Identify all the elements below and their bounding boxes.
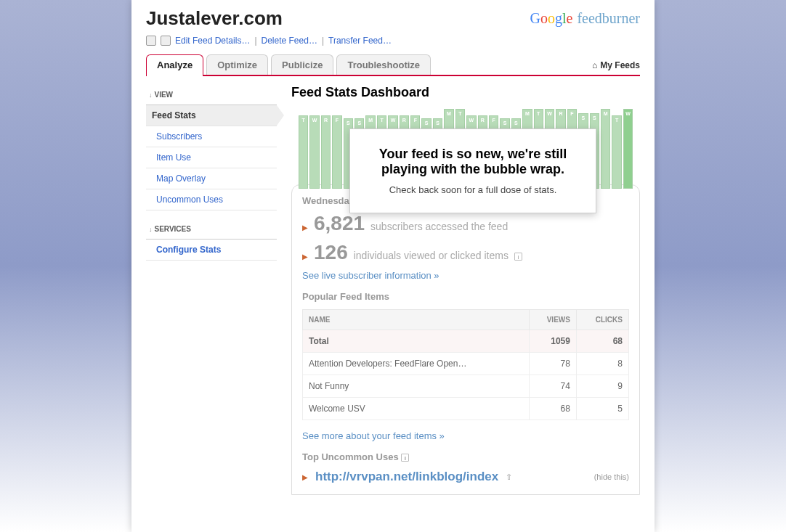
dashboard-title: Feed Stats Dashboard — [291, 85, 640, 100]
more-feed-items-link[interactable]: See more about your feed items » — [302, 430, 629, 441]
individuals-label: individuals viewed or clicked items — [354, 250, 509, 261]
table-row[interactable]: Attention Developers: FeedFlare Open…788 — [303, 353, 629, 375]
triangle-icon: ▶ — [302, 224, 308, 232]
table-row[interactable]: Welcome USV685 — [303, 398, 629, 420]
th-name: NAME — [303, 310, 530, 330]
subscribers-label: subscribers accessed the feed — [370, 221, 508, 232]
chart-bar[interactable]: W — [309, 115, 319, 189]
up-arrow-icon[interactable]: ⇧ — [506, 472, 512, 482]
info-icon[interactable]: i — [401, 454, 409, 462]
tab-optimize[interactable]: Optimize — [206, 54, 268, 75]
hide-this-link[interactable]: (hide this) — [594, 472, 629, 481]
tab-troubleshootize[interactable]: Troubleshootize — [336, 54, 431, 75]
live-subscriber-link[interactable]: See live subscriber information » — [302, 270, 629, 281]
popup-title: Your feed is so new, we're still playing… — [372, 147, 574, 177]
th-clicks: CLICKS — [576, 310, 628, 330]
brand-logo: Google feedburner — [530, 7, 640, 27]
table-row-total: Total 1059 68 — [303, 330, 629, 353]
chart-bar[interactable]: T — [612, 115, 621, 189]
chart-bar[interactable]: R — [321, 115, 331, 189]
th-views: VIEWS — [529, 310, 576, 330]
edit-feed-link[interactable]: Edit Feed Details… — [175, 36, 250, 46]
my-feeds-link[interactable]: ⌂ My Feeds — [592, 60, 640, 75]
triangle-icon: ▶ — [302, 473, 308, 481]
sidebar-services-header: ↓SERVICES — [146, 219, 277, 240]
delete-feed-link[interactable]: Delete Feed… — [262, 36, 317, 46]
popular-items-table: NAME VIEWS CLICKS Total 1059 68 Attentio… — [302, 309, 629, 420]
popup-subtitle: Check back soon for a full dose of stats… — [372, 184, 574, 195]
rss-icon[interactable] — [146, 36, 156, 46]
tab-analyze[interactable]: Analyze — [146, 54, 203, 76]
sidebar-item-use[interactable]: Item Use — [146, 147, 277, 168]
sidebar-feed-stats[interactable]: Feed Stats — [146, 105, 277, 126]
chart-bar[interactable]: M — [601, 109, 610, 189]
sidebar-view-header: ↓VIEW — [146, 85, 277, 105]
uncommon-uses-title: Top Uncommon Uses i — [302, 451, 629, 462]
page-title: Justalever.com — [146, 7, 283, 30]
uncommon-url-link[interactable]: http://vrvpan.net/linkblog/index — [315, 470, 498, 484]
chart-bar[interactable]: W — [623, 109, 633, 189]
chart-bar[interactable]: F — [332, 115, 341, 189]
sidebar-map-overlay[interactable]: Map Overlay — [146, 168, 277, 189]
new-feed-popup: Your feed is so new, we're still playing… — [349, 128, 596, 213]
sidebar-subscribers[interactable]: Subscribers — [146, 126, 277, 147]
triangle-icon: ▶ — [302, 253, 308, 261]
info-icon[interactable]: i — [514, 253, 522, 261]
google-logo: Google — [530, 10, 572, 27]
home-icon: ⌂ — [592, 60, 597, 70]
sidebar-configure-stats[interactable]: Configure Stats — [146, 240, 277, 261]
sidebar-uncommon-uses[interactable]: Uncommon Uses — [146, 189, 277, 210]
transfer-feed-link[interactable]: Transfer Feed… — [328, 36, 392, 46]
feed-icon[interactable] — [161, 36, 171, 46]
tab-publicize[interactable]: Publicize — [271, 54, 333, 75]
popular-items-title: Popular Feed Items — [302, 291, 629, 302]
feedburner-logo: feedburner — [577, 10, 640, 27]
subscribers-count: 6,821 — [314, 212, 365, 235]
individuals-count: 126 — [314, 241, 348, 264]
chart-bar[interactable]: T — [299, 115, 308, 189]
table-row[interactable]: Not Funny749 — [303, 375, 629, 398]
